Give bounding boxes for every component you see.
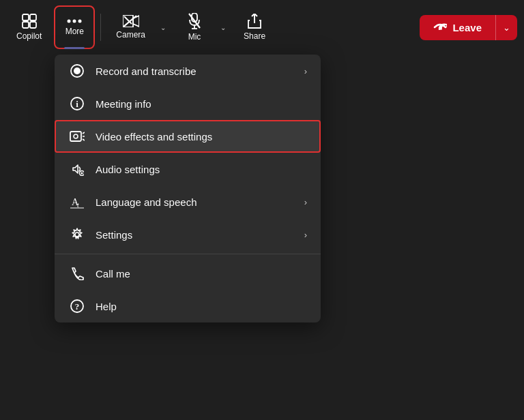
menu-item-settings[interactable]: Settings › <box>55 218 321 251</box>
more-dropdown-menu: Record and transcribe › i Meeting info V… <box>55 55 321 322</box>
video-effects-icon <box>68 130 86 143</box>
svg-rect-19 <box>70 132 81 141</box>
settings-icon <box>68 228 86 241</box>
menu-item-settings-label: Settings <box>96 229 132 241</box>
leave-button-group: Leave ⌄ <box>420 15 517 40</box>
call-me-icon <box>68 267 86 280</box>
menu-item-call-me-label: Call me <box>96 268 130 280</box>
menu-item-call-me[interactable]: Call me <box>55 257 321 290</box>
more-label: More <box>66 27 84 36</box>
more-button[interactable]: More <box>54 5 95 49</box>
svg-text:t: t <box>77 201 79 209</box>
camera-button[interactable]: Camera <box>106 5 155 49</box>
svg-point-25 <box>81 172 83 175</box>
help-icon: ? <box>68 299 86 313</box>
svg-rect-2 <box>23 22 29 28</box>
camera-group: Camera ⌄ <box>106 5 171 49</box>
svg-line-21 <box>83 132 85 134</box>
copilot-icon <box>22 14 37 29</box>
topbar: Copilot More Camera ⌄ <box>0 0 524 55</box>
share-label: Share <box>244 31 265 41</box>
mic-button[interactable]: Mic <box>174 5 215 49</box>
menu-item-audio-settings[interactable]: Audio settings <box>55 153 321 185</box>
menu-item-video-effects-label: Video effects and settings <box>96 131 212 142</box>
info-icon: i <box>68 97 86 110</box>
svg-point-6 <box>78 20 82 23</box>
menu-item-help-label: Help <box>96 301 117 312</box>
svg-point-5 <box>73 20 76 23</box>
svg-text:?: ? <box>75 301 80 312</box>
svg-point-16 <box>74 68 81 74</box>
camera-label: Camera <box>116 30 145 40</box>
mic-label: Mic <box>188 32 201 42</box>
camera-icon <box>123 15 139 27</box>
menu-item-help[interactable]: ? Help <box>55 290 321 322</box>
leave-chevron-icon: ⌄ <box>503 22 510 33</box>
svg-rect-1 <box>30 14 36 20</box>
copilot-label: Copilot <box>16 31 42 41</box>
language-icon: A t <box>68 195 86 209</box>
svg-line-23 <box>83 139 85 140</box>
mic-icon <box>188 13 201 29</box>
record-icon <box>68 64 86 78</box>
menu-item-language-speech[interactable]: A t Language and speech › <box>55 185 321 218</box>
svg-rect-0 <box>23 14 29 20</box>
menu-item-video-effects[interactable]: Video effects and settings <box>55 120 321 153</box>
menu-item-audio-settings-label: Audio settings <box>96 164 160 175</box>
share-button[interactable]: Share <box>234 5 275 49</box>
leave-button[interactable]: Leave <box>420 15 495 40</box>
leave-phone-icon <box>433 22 447 33</box>
camera-arrow-button[interactable]: ⌄ <box>155 5 171 49</box>
leave-chevron-button[interactable]: ⌄ <box>495 15 517 40</box>
menu-item-language-speech-label: Language and speech <box>96 196 196 208</box>
menu-item-record[interactable]: Record and transcribe › <box>55 55 321 87</box>
menu-item-meeting-info-label: Meeting info <box>96 98 151 110</box>
svg-point-20 <box>74 134 78 138</box>
settings-chevron-icon: › <box>304 230 307 240</box>
record-chevron-icon: › <box>304 66 307 76</box>
mic-arrow-button[interactable]: ⌄ <box>215 5 231 49</box>
svg-rect-3 <box>30 22 36 28</box>
topbar-divider-1 <box>100 14 101 41</box>
language-chevron-icon: › <box>304 197 307 207</box>
menu-divider <box>55 254 321 254</box>
menu-item-meeting-info[interactable]: i Meeting info <box>55 87 321 120</box>
share-icon <box>248 14 261 29</box>
menu-item-record-label: Record and transcribe <box>96 65 196 77</box>
more-icon <box>67 18 82 24</box>
leave-label: Leave <box>452 22 482 33</box>
svg-text:i: i <box>76 99 78 109</box>
svg-point-4 <box>68 20 71 23</box>
audio-settings-icon <box>68 162 86 176</box>
copilot-button[interactable]: Copilot <box>7 5 51 49</box>
mic-group: Mic ⌄ <box>174 5 231 49</box>
